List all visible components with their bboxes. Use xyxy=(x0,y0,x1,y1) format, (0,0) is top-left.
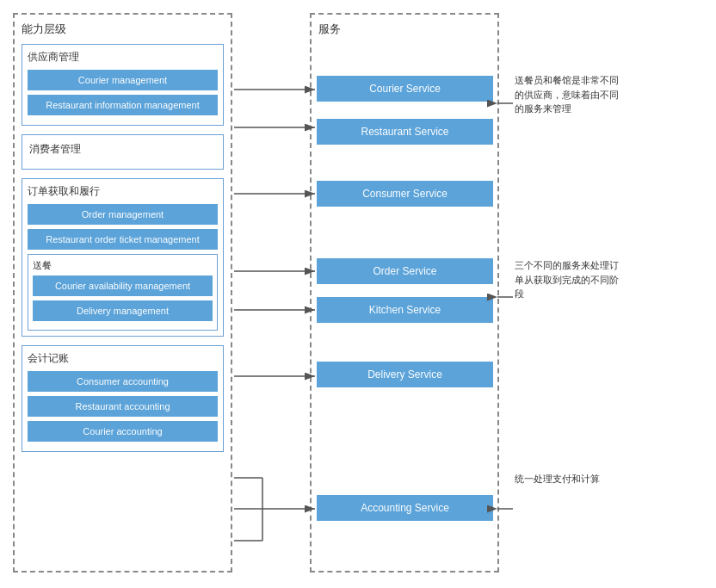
order-service-btn: Order Service xyxy=(317,258,493,284)
restaurant-service-btn: Restaurant Service xyxy=(317,119,493,145)
kitchen-service-row: Kitchen Service xyxy=(317,297,493,323)
accounting-section: 会计记账 Consumer accounting Restaurant acco… xyxy=(22,345,224,452)
restaurant-accounting-btn: Restaurant accounting xyxy=(28,396,218,417)
order-management-btn: Order management xyxy=(28,204,218,225)
accounting-service-row: Accounting Service xyxy=(317,495,493,521)
delivery-sub-title: 送餐 xyxy=(33,259,213,272)
supplier-section-title: 供应商管理 xyxy=(28,50,218,65)
supplier-section: 供应商管理 Courier management Restaurant info… xyxy=(22,44,224,126)
diagram-container: 能力层级 供应商管理 Courier management Restaurant… xyxy=(0,0,716,588)
annotation-2: 三个不同的服务来处理订单从获取到完成的不同阶段 xyxy=(515,258,626,301)
courier-management-btn: Courier management xyxy=(28,70,218,90)
order-section: 订单获取和履行 Order management Restaurant orde… xyxy=(22,178,224,337)
order-service-row: Order Service xyxy=(317,258,493,284)
consumer-service-btn: Consumer Service xyxy=(317,181,493,207)
consumer-accounting-btn: Consumer accounting xyxy=(28,371,218,392)
accounting-service-btn: Accounting Service xyxy=(317,495,493,521)
accounting-section-title: 会计记账 xyxy=(28,351,218,366)
kitchen-service-btn: Kitchen Service xyxy=(317,297,493,323)
restaurant-info-btn: Restaurant information management xyxy=(28,95,218,115)
restaurant-ticket-btn: Restaurant order ticket management xyxy=(28,229,218,250)
courier-accounting-btn: Courier accounting xyxy=(28,421,218,442)
order-section-title: 订单获取和履行 xyxy=(28,184,218,199)
courier-availability-btn: Courier availability management xyxy=(33,275,213,296)
annotation-1: 送餐员和餐馆是非常不同的供应商，意味着由不同的服务来管理 xyxy=(515,73,626,116)
delivery-management-btn: Delivery management xyxy=(33,300,213,321)
delivery-subsection: 送餐 Courier availability management Deliv… xyxy=(28,254,218,331)
delivery-service-btn: Delivery Service xyxy=(317,362,493,387)
left-panel: 能力层级 供应商管理 Courier management Restaurant… xyxy=(13,13,232,573)
courier-service-btn: Courier Service xyxy=(317,76,493,102)
right-panel-title: 服务 xyxy=(318,22,491,37)
left-panel-title: 能力层级 xyxy=(22,22,224,37)
restaurant-service-row: Restaurant Service xyxy=(317,119,493,145)
courier-service-row: Courier Service xyxy=(317,76,493,102)
consumer-section: 消费者管理 xyxy=(22,134,224,170)
delivery-service-row: Delivery Service xyxy=(317,362,493,387)
consumer-service-row: Consumer Service xyxy=(317,181,493,207)
annotation-3: 统一处理支付和计算 xyxy=(515,472,626,486)
consumer-section-title: 消费者管理 xyxy=(29,142,216,157)
